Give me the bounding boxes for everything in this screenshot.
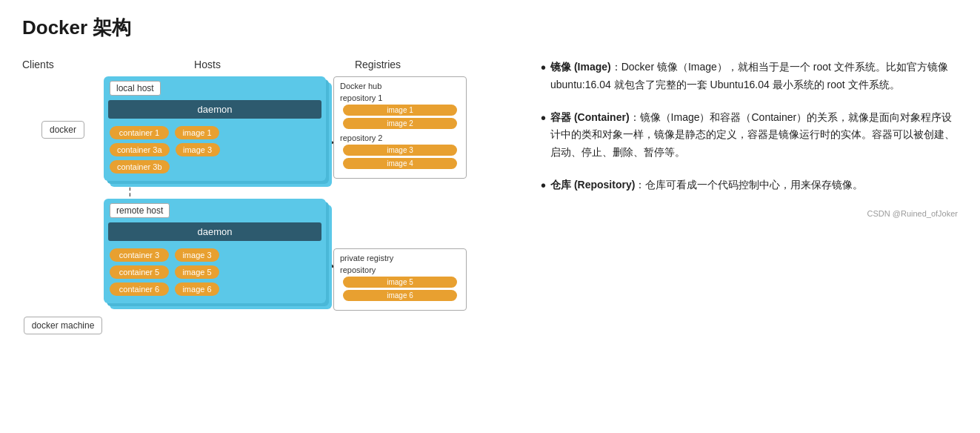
bullet-1: • [541, 109, 546, 162]
bullet-0: • [541, 59, 546, 94]
local-container-2: container 3b [110, 160, 170, 173]
page-title: Docker 架构 [22, 15, 958, 41]
client-docker-machine: docker machine [24, 317, 103, 334]
reg-image-1-0: image 3 [343, 145, 457, 156]
desc-repo-term: 仓库 (Repository) [550, 179, 635, 191]
remote-row-1: container 5 image 5 [110, 265, 320, 279]
watermark: CSDN @Ruined_ofJoker [541, 209, 958, 218]
desc-repo-content: 仓库 (Repository)：仓库可看成一个代码控制中心，用来保存镜像。 [550, 176, 958, 194]
repo-images-0: image 1 image 2 [340, 105, 460, 129]
diagram-section: Clients Hosts Registries [22, 59, 511, 334]
local-container-0: container 1 [110, 126, 169, 139]
desc-container-sep: ： [630, 111, 640, 123]
desc-container-content: 容器 (Container)：镜像（Image）和容器（Container）的关… [550, 109, 958, 162]
text-section: • 镜像 (Image)：Docker 镜像（Image），就相当于是一个 ro… [526, 59, 958, 218]
docker-hub-box: Docker hub repository 1 image 1 image 2 … [333, 76, 467, 179]
private-repo-block: repository image 5 image 6 [340, 265, 460, 301]
description-image: • 镜像 (Image)：Docker 镜像（Image），就相当于是一个 ro… [541, 59, 958, 94]
remote-container-0: container 3 [110, 248, 169, 262]
remote-image-0: image 3 [175, 248, 219, 262]
bullet-2: • [541, 176, 546, 194]
private-repo-label: repository [340, 265, 460, 274]
column-labels: Clients Hosts Registries [22, 59, 511, 70]
clients-label: Clients [22, 59, 104, 70]
remote-host-stack: remote host daemon container 3 image 3 c… [104, 199, 326, 303]
remote-host-label: remote host [110, 203, 170, 218]
local-container-1: container 3a [110, 143, 170, 156]
hosts-column: local host daemon container 1 image 1 co… [104, 76, 326, 334]
remote-image-1: image 5 [175, 265, 219, 279]
desc-image-term: 镜像 (Image) [550, 61, 611, 73]
diagram-columns: docker docker machine local host daemon [22, 76, 511, 334]
local-host-card: local host daemon container 1 image 1 co… [104, 76, 326, 181]
desc-repo-body: 仓库可看成一个代码控制中心，用来保存镜像。 [645, 179, 863, 191]
reg-image-1-1: image 4 [343, 158, 457, 169]
private-registry-title: private registry [340, 254, 460, 262]
repo-block-0: repository 1 image 1 image 2 [340, 93, 460, 129]
remote-host-card: remote host daemon container 3 image 3 c… [104, 199, 326, 303]
local-daemon-bar: daemon [108, 100, 321, 119]
remote-container-1: container 5 [110, 265, 169, 279]
client-docker: docker [41, 121, 84, 139]
local-row-2: container 3b [110, 160, 320, 173]
main-content: Clients Hosts Registries [22, 59, 958, 334]
repo-block-1: repository 2 image 3 image 4 [340, 133, 460, 169]
private-image-1: image 6 [343, 290, 457, 301]
repo-label-1: repository 2 [340, 133, 460, 142]
registries-label: Registries [311, 59, 444, 70]
desc-repo-sep: ： [635, 179, 645, 191]
reg-image-0-1: image 2 [343, 118, 457, 129]
description-repository: • 仓库 (Repository)：仓库可看成一个代码控制中心，用来保存镜像。 [541, 176, 958, 194]
local-image-0: image 1 [175, 126, 219, 139]
clients-column: docker docker machine [22, 76, 104, 334]
remote-container-2: container 6 [110, 282, 169, 296]
desc-container-term: 容器 (Container) [550, 111, 630, 123]
repo-label-0: repository 1 [340, 93, 460, 102]
hosts-label: Hosts [104, 59, 311, 70]
registries-column: Docker hub repository 1 image 1 image 2 … [333, 76, 467, 334]
remote-containers: container 3 image 3 container 5 image 5 … [104, 245, 326, 303]
local-row-0: container 1 image 1 [110, 126, 320, 139]
repo-images-1: image 3 image 4 [340, 145, 460, 169]
description-list: • 镜像 (Image)：Docker 镜像（Image），就相当于是一个 ro… [541, 59, 958, 194]
remote-row-0: container 3 image 3 [110, 248, 320, 262]
remote-image-2: image 6 [175, 282, 219, 296]
description-container: • 容器 (Container)：镜像（Image）和容器（Container）… [541, 109, 958, 162]
local-host-label: local host [110, 81, 161, 96]
local-containers: container 1 image 1 container 3a image 3… [104, 123, 326, 181]
private-repo-images: image 5 image 6 [340, 277, 460, 301]
reg-image-0-0: image 1 [343, 105, 457, 116]
local-row-1: container 3a image 3 [110, 143, 320, 156]
desc-image-content: 镜像 (Image)：Docker 镜像（Image），就相当于是一个 root… [550, 59, 958, 94]
remote-daemon-bar: daemon [108, 222, 321, 241]
private-image-0: image 5 [343, 277, 457, 288]
desc-image-sep: ： [611, 61, 621, 73]
private-registry-box: private registry repository image 5 imag… [333, 248, 467, 311]
diagram-wrapper: docker docker machine local host daemon [22, 76, 511, 334]
remote-row-2: container 6 image 6 [110, 282, 320, 296]
local-host-stack: local host daemon container 1 image 1 co… [104, 76, 326, 181]
docker-hub-title: Docker hub [340, 82, 460, 90]
local-image-1: image 3 [176, 143, 220, 156]
